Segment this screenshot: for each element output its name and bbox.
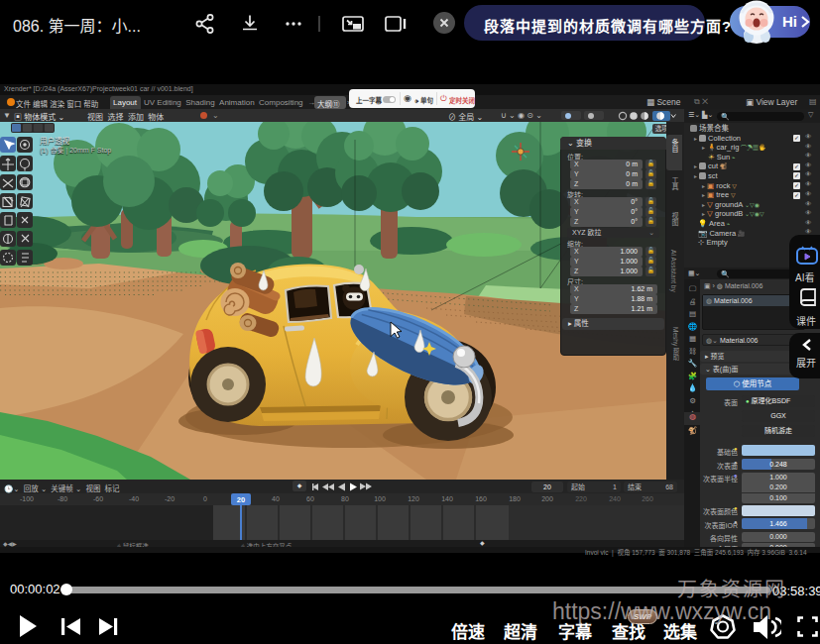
- svg-text:180: 180: [509, 495, 521, 502]
- svg-text:-60: -60: [93, 495, 103, 502]
- svg-text:240: 240: [609, 495, 621, 502]
- svg-text:-80: -80: [58, 495, 67, 502]
- svg-text:160: 160: [475, 495, 487, 502]
- svg-text:40: 40: [272, 495, 280, 502]
- svg-text:200: 200: [541, 495, 553, 502]
- svg-text:260: 260: [642, 495, 653, 502]
- svg-text:120: 120: [408, 495, 419, 502]
- svg-text:-20: -20: [165, 495, 175, 502]
- svg-text:100: 100: [374, 495, 386, 502]
- svg-text:0: 0: [203, 495, 207, 502]
- svg-text:20: 20: [237, 495, 245, 504]
- svg-text:-100: -100: [20, 495, 34, 502]
- svg-text:80: 80: [341, 495, 349, 502]
- svg-text:-40: -40: [129, 495, 139, 502]
- svg-text:220: 220: [575, 495, 587, 502]
- svg-text:60: 60: [306, 495, 314, 502]
- svg-text:140: 140: [441, 495, 453, 502]
